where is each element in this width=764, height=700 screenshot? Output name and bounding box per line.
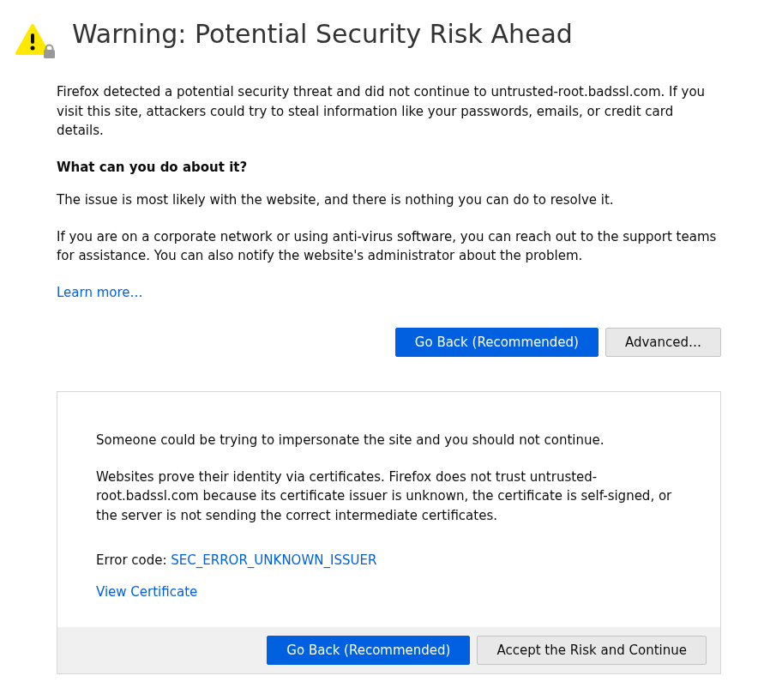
learn-more-link[interactable]: Learn more… <box>57 285 143 300</box>
page-title: Warning: Potential Security Risk Ahead <box>72 17 573 51</box>
what-line-1: The issue is most likely with the websit… <box>57 190 721 210</box>
go-back-button-2[interactable]: Go Back (Recommended) <box>267 636 470 665</box>
advanced-button[interactable]: Advanced… <box>605 328 721 357</box>
error-code-label: Error code: <box>96 552 171 568</box>
view-certificate-link[interactable]: View Certificate <box>96 584 197 600</box>
error-code-link[interactable]: SEC_ERROR_UNKNOWN_ISSUER <box>171 552 376 568</box>
svg-rect-2 <box>44 50 55 58</box>
intro-text: Firefox detected a potential security th… <box>57 82 721 141</box>
accept-risk-button[interactable]: Accept the Risk and Continue <box>477 636 707 665</box>
advanced-panel: Someone could be trying to impersonate t… <box>57 391 721 674</box>
what-line-2: If you are on a corporate network or usi… <box>57 227 721 266</box>
svg-point-1 <box>31 46 35 51</box>
advanced-line-1: Someone could be trying to impersonate t… <box>96 431 682 450</box>
advanced-line-2: Websites prove their identity via certif… <box>96 468 682 526</box>
error-code-line: Error code: SEC_ERROR_UNKNOWN_ISSUER <box>96 551 682 570</box>
go-back-button[interactable]: Go Back (Recommended) <box>395 328 599 357</box>
what-heading: What can you do about it? <box>57 158 721 178</box>
warning-lock-icon <box>15 21 57 62</box>
svg-rect-0 <box>31 33 34 44</box>
